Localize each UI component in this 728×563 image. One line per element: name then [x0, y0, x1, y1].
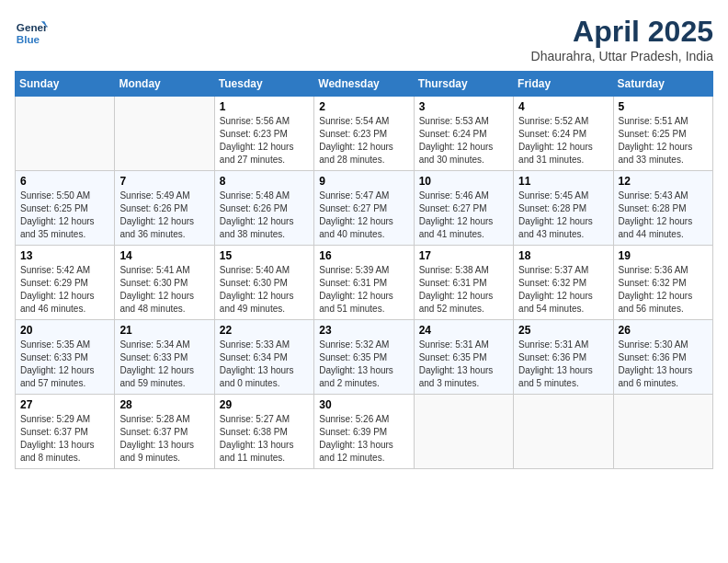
day-info: Sunrise: 5:34 AM Sunset: 6:33 PM Dayligh…: [119, 339, 209, 390]
day-number: 14: [119, 249, 209, 262]
svg-text:Blue: Blue: [17, 33, 40, 45]
day-number: 7: [119, 175, 209, 188]
day-number: 5: [619, 100, 708, 113]
calendar-cell: 29Sunrise: 5:27 AM Sunset: 6:38 PM Dayli…: [214, 395, 313, 469]
calendar-cell: 10Sunrise: 5:46 AM Sunset: 6:27 PM Dayli…: [414, 171, 513, 246]
day-info: Sunrise: 5:49 AM Sunset: 6:26 PM Dayligh…: [119, 190, 209, 241]
calendar-cell: 17Sunrise: 5:38 AM Sunset: 6:31 PM Dayli…: [414, 246, 513, 320]
day-number: 22: [220, 324, 309, 337]
day-info: Sunrise: 5:38 AM Sunset: 6:31 PM Dayligh…: [419, 264, 508, 316]
calendar-cell: 6Sunrise: 5:50 AM Sunset: 6:25 PM Daylig…: [16, 171, 115, 246]
calendar-cell: 30Sunrise: 5:26 AM Sunset: 6:39 PM Dayli…: [314, 395, 414, 469]
day-info: Sunrise: 5:32 AM Sunset: 6:35 PM Dayligh…: [319, 339, 408, 390]
calendar-week-row: 20Sunrise: 5:35 AM Sunset: 6:33 PM Dayli…: [16, 320, 713, 395]
day-info: Sunrise: 5:54 AM Sunset: 6:23 PM Dayligh…: [319, 115, 408, 167]
calendar-cell: 28Sunrise: 5:28 AM Sunset: 6:37 PM Dayli…: [115, 395, 214, 469]
calendar-cell: 2Sunrise: 5:54 AM Sunset: 6:23 PM Daylig…: [314, 97, 414, 171]
calendar-cell: 12Sunrise: 5:43 AM Sunset: 6:28 PM Dayli…: [613, 171, 712, 246]
calendar-cell: 7Sunrise: 5:49 AM Sunset: 6:26 PM Daylig…: [115, 171, 214, 246]
day-info: Sunrise: 5:50 AM Sunset: 6:25 PM Dayligh…: [20, 190, 109, 241]
day-info: Sunrise: 5:56 AM Sunset: 6:23 PM Dayligh…: [220, 115, 309, 167]
day-number: 13: [20, 249, 109, 262]
day-number: 15: [220, 249, 309, 262]
day-number: 17: [419, 249, 508, 262]
calendar-cell: 19Sunrise: 5:36 AM Sunset: 6:32 PM Dayli…: [613, 246, 712, 320]
weekday-header-sunday: Sunday: [16, 72, 115, 97]
calendar-subtitle: Dhaurahra, Uttar Pradesh, India: [531, 49, 713, 63]
logo-icon: General Blue: [15, 15, 48, 48]
calendar-cell: [613, 395, 712, 469]
day-number: 27: [20, 398, 109, 411]
calendar-cell: 25Sunrise: 5:31 AM Sunset: 6:36 PM Dayli…: [514, 320, 613, 395]
calendar-cell: 13Sunrise: 5:42 AM Sunset: 6:29 PM Dayli…: [16, 246, 115, 320]
weekday-header-row: SundayMondayTuesdayWednesdayThursdayFrid…: [16, 72, 713, 97]
weekday-header-tuesday: Tuesday: [214, 72, 313, 97]
weekday-header-monday: Monday: [115, 72, 214, 97]
day-number: 23: [319, 324, 408, 337]
calendar-cell: [115, 97, 214, 171]
day-info: Sunrise: 5:43 AM Sunset: 6:28 PM Dayligh…: [619, 190, 708, 241]
day-info: Sunrise: 5:39 AM Sunset: 6:31 PM Dayligh…: [319, 264, 408, 316]
calendar-week-row: 6Sunrise: 5:50 AM Sunset: 6:25 PM Daylig…: [16, 171, 713, 246]
calendar-cell: 20Sunrise: 5:35 AM Sunset: 6:33 PM Dayli…: [16, 320, 115, 395]
weekday-header-saturday: Saturday: [613, 72, 712, 97]
calendar-cell: 22Sunrise: 5:33 AM Sunset: 6:34 PM Dayli…: [214, 320, 313, 395]
calendar-cell: 5Sunrise: 5:51 AM Sunset: 6:25 PM Daylig…: [613, 97, 712, 171]
logo: General Blue: [15, 15, 48, 48]
day-number: 20: [20, 324, 109, 337]
weekday-header-thursday: Thursday: [414, 72, 513, 97]
day-info: Sunrise: 5:42 AM Sunset: 6:29 PM Dayligh…: [20, 264, 109, 316]
calendar-title: April 2025: [531, 15, 713, 49]
day-info: Sunrise: 5:31 AM Sunset: 6:35 PM Dayligh…: [419, 339, 508, 390]
calendar-cell: 27Sunrise: 5:29 AM Sunset: 6:37 PM Dayli…: [16, 395, 115, 469]
calendar-cell: 8Sunrise: 5:48 AM Sunset: 6:26 PM Daylig…: [214, 171, 313, 246]
day-info: Sunrise: 5:46 AM Sunset: 6:27 PM Dayligh…: [419, 190, 508, 241]
calendar-cell: 23Sunrise: 5:32 AM Sunset: 6:35 PM Dayli…: [314, 320, 414, 395]
day-info: Sunrise: 5:36 AM Sunset: 6:32 PM Dayligh…: [619, 264, 708, 316]
day-number: 29: [220, 398, 309, 411]
day-info: Sunrise: 5:33 AM Sunset: 6:34 PM Dayligh…: [220, 339, 309, 390]
day-info: Sunrise: 5:53 AM Sunset: 6:24 PM Dayligh…: [419, 115, 508, 167]
day-info: Sunrise: 5:29 AM Sunset: 6:37 PM Dayligh…: [20, 413, 109, 465]
calendar-cell: [414, 395, 513, 469]
calendar-cell: 4Sunrise: 5:52 AM Sunset: 6:24 PM Daylig…: [514, 97, 613, 171]
day-number: 25: [518, 324, 608, 337]
calendar-cell: 24Sunrise: 5:31 AM Sunset: 6:35 PM Dayli…: [414, 320, 513, 395]
day-number: 1: [220, 100, 309, 113]
calendar-cell: 11Sunrise: 5:45 AM Sunset: 6:28 PM Dayli…: [514, 171, 613, 246]
day-info: Sunrise: 5:27 AM Sunset: 6:38 PM Dayligh…: [220, 413, 309, 465]
calendar-cell: 16Sunrise: 5:39 AM Sunset: 6:31 PM Dayli…: [314, 246, 414, 320]
day-info: Sunrise: 5:48 AM Sunset: 6:26 PM Dayligh…: [220, 190, 309, 241]
day-info: Sunrise: 5:31 AM Sunset: 6:36 PM Dayligh…: [518, 339, 608, 390]
calendar-cell: 9Sunrise: 5:47 AM Sunset: 6:27 PM Daylig…: [314, 171, 414, 246]
calendar-cell: [514, 395, 613, 469]
calendar-week-row: 13Sunrise: 5:42 AM Sunset: 6:29 PM Dayli…: [16, 246, 713, 320]
weekday-header-friday: Friday: [514, 72, 613, 97]
day-number: 28: [119, 398, 209, 411]
day-number: 24: [419, 324, 508, 337]
day-info: Sunrise: 5:51 AM Sunset: 6:25 PM Dayligh…: [619, 115, 708, 167]
day-number: 10: [419, 175, 508, 188]
day-number: 26: [619, 324, 708, 337]
day-info: Sunrise: 5:37 AM Sunset: 6:32 PM Dayligh…: [518, 264, 608, 316]
calendar-week-row: 1Sunrise: 5:56 AM Sunset: 6:23 PM Daylig…: [16, 97, 713, 171]
day-number: 9: [319, 175, 408, 188]
calendar-cell: [16, 97, 115, 171]
day-number: 18: [518, 249, 608, 262]
day-number: 11: [518, 175, 608, 188]
calendar-cell: 1Sunrise: 5:56 AM Sunset: 6:23 PM Daylig…: [214, 97, 313, 171]
calendar-table: SundayMondayTuesdayWednesdayThursdayFrid…: [15, 71, 713, 469]
day-info: Sunrise: 5:28 AM Sunset: 6:37 PM Dayligh…: [119, 413, 209, 465]
day-info: Sunrise: 5:41 AM Sunset: 6:30 PM Dayligh…: [119, 264, 209, 316]
day-number: 12: [619, 175, 708, 188]
calendar-cell: 14Sunrise: 5:41 AM Sunset: 6:30 PM Dayli…: [115, 246, 214, 320]
calendar-cell: 21Sunrise: 5:34 AM Sunset: 6:33 PM Dayli…: [115, 320, 214, 395]
day-info: Sunrise: 5:35 AM Sunset: 6:33 PM Dayligh…: [20, 339, 109, 390]
day-number: 6: [20, 175, 109, 188]
day-number: 2: [319, 100, 408, 113]
calendar-cell: 26Sunrise: 5:30 AM Sunset: 6:36 PM Dayli…: [613, 320, 712, 395]
calendar-week-row: 27Sunrise: 5:29 AM Sunset: 6:37 PM Dayli…: [16, 395, 713, 469]
day-info: Sunrise: 5:52 AM Sunset: 6:24 PM Dayligh…: [518, 115, 608, 167]
weekday-header-wednesday: Wednesday: [314, 72, 414, 97]
day-info: Sunrise: 5:40 AM Sunset: 6:30 PM Dayligh…: [220, 264, 309, 316]
